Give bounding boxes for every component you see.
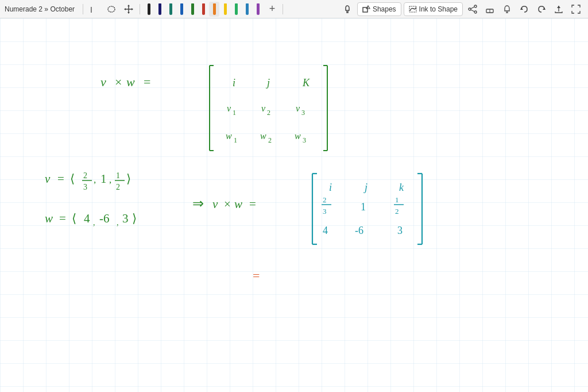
svg-text:×: ×: [224, 197, 231, 211]
upload-button[interactable]: [551, 2, 566, 17]
share-button[interactable]: [465, 2, 480, 17]
svg-text:2: 2: [116, 183, 120, 191]
svg-text:1: 1: [116, 171, 120, 180]
svg-text:,: ,: [109, 174, 111, 185]
divider-2: [140, 4, 140, 14]
svg-text:i: i: [329, 182, 332, 193]
v-definition: v = ⟨ 2 3 , 1 , 1 2 ⟩: [45, 171, 131, 191]
notification-button[interactable]: [500, 2, 514, 17]
svg-text:,: ,: [117, 218, 119, 227]
svg-text:4: 4: [84, 212, 90, 225]
svg-text:w: w: [260, 131, 266, 141]
ink-to-shape-label: Ink to Shape: [419, 5, 458, 13]
svg-marker-7: [131, 8, 133, 10]
svg-text:=: =: [59, 212, 66, 225]
svg-text:⟩: ⟩: [126, 172, 131, 186]
svg-text:2: 2: [83, 171, 87, 180]
svg-point-11: [474, 5, 477, 7]
shapes-label: Shapes: [373, 5, 396, 13]
svg-line-14: [471, 7, 474, 9]
undo-button[interactable]: [517, 2, 532, 17]
svg-text:,: ,: [94, 174, 96, 185]
svg-line-15: [471, 10, 474, 11]
svg-marker-5: [127, 12, 130, 14]
svg-text:i: i: [233, 77, 235, 89]
divider-3: [283, 4, 283, 14]
svg-point-1: [108, 6, 115, 12]
divider-1: [83, 4, 83, 14]
svg-marker-6: [124, 8, 126, 10]
w-definition: w = ⟨ 4 , -6 , 3 ⟩: [45, 212, 137, 227]
svg-text:⟨: ⟨: [72, 212, 76, 225]
pen-orange[interactable]: [209, 2, 219, 17]
add-pen-button[interactable]: +: [265, 2, 279, 16]
svg-text:⟩: ⟩: [132, 212, 137, 225]
pen-red[interactable]: [198, 2, 208, 17]
svg-text:=: =: [249, 197, 256, 211]
text-cursor-button[interactable]: I: [87, 2, 102, 17]
svg-text:v: v: [45, 172, 51, 186]
toolbar: Numerade 2 » October I: [0, 0, 588, 18]
svg-text:j: j: [363, 182, 368, 193]
bottom-equals: =: [253, 268, 260, 283]
svg-text:3: 3: [397, 225, 403, 236]
svg-text:3: 3: [303, 136, 306, 144]
svg-text:1: 1: [100, 172, 107, 186]
toolbar-right: Shapes Ink to Shape: [340, 2, 583, 17]
canvas[interactable]: v × w = i j K v 1 v 2 v 3 w: [0, 18, 588, 392]
pen-teal[interactable]: [165, 2, 176, 17]
pen-green[interactable]: [187, 2, 198, 17]
pen-group: [144, 2, 263, 17]
svg-text:w: w: [45, 212, 53, 225]
lasso-button[interactable]: [104, 2, 119, 17]
svg-text:-6: -6: [99, 212, 110, 225]
svg-text:3: 3: [301, 109, 305, 117]
ink-to-shape-button[interactable]: Ink to Shape: [404, 2, 463, 16]
svg-text:3: 3: [122, 212, 129, 225]
svg-text:-6: -6: [355, 225, 363, 236]
pen-darkblue[interactable]: [154, 2, 165, 17]
svg-text:,: ,: [93, 218, 95, 227]
formula-vxw-top: v × w =: [100, 75, 150, 89]
shapes-button[interactable]: Shapes: [357, 2, 401, 16]
svg-text:4: 4: [323, 225, 328, 236]
svg-text:v: v: [227, 103, 231, 113]
pen-blue2[interactable]: [176, 2, 187, 17]
svg-text:2: 2: [267, 109, 270, 117]
svg-text:v: v: [100, 75, 106, 89]
svg-text:3: 3: [83, 183, 87, 191]
matrix2: i j k 2 3 1 1 2 4 -6 3: [312, 174, 422, 244]
svg-text:k: k: [399, 182, 404, 193]
svg-text:w: w: [126, 75, 135, 89]
redo-button[interactable]: [534, 2, 549, 17]
svg-text:⟨: ⟨: [70, 172, 75, 186]
svg-point-13: [474, 11, 477, 13]
svg-text:w: w: [234, 197, 242, 211]
svg-text:3: 3: [323, 207, 327, 216]
pen-black[interactable]: [144, 2, 154, 17]
pen-purple[interactable]: [253, 2, 263, 17]
pen-lightgreen[interactable]: [231, 2, 241, 17]
svg-text:v: v: [296, 103, 300, 113]
svg-text:j: j: [266, 77, 270, 89]
eraser-button[interactable]: [482, 2, 497, 17]
svg-text:v: v: [261, 103, 266, 113]
svg-text:w: w: [295, 131, 301, 141]
svg-text:1: 1: [395, 195, 399, 204]
pan-button[interactable]: [121, 2, 136, 17]
touch-button[interactable]: [340, 2, 355, 17]
svg-text:1: 1: [234, 136, 237, 144]
svg-text:I: I: [90, 5, 92, 14]
pen-azure[interactable]: [242, 2, 252, 17]
svg-marker-4: [127, 5, 130, 6]
svg-text:×: ×: [115, 75, 122, 89]
svg-text:v: v: [212, 197, 218, 211]
fullscreen-button[interactable]: [568, 2, 583, 17]
svg-text:2: 2: [395, 207, 399, 216]
svg-text:K: K: [302, 77, 310, 89]
svg-text:⇒: ⇒: [192, 196, 204, 211]
svg-text:w: w: [226, 131, 232, 141]
matrix1: i j K v 1 v 2 v 3 w 1 w 2 w 3: [210, 66, 327, 151]
svg-text:=: =: [144, 75, 150, 89]
pen-yellow[interactable]: [220, 2, 230, 17]
